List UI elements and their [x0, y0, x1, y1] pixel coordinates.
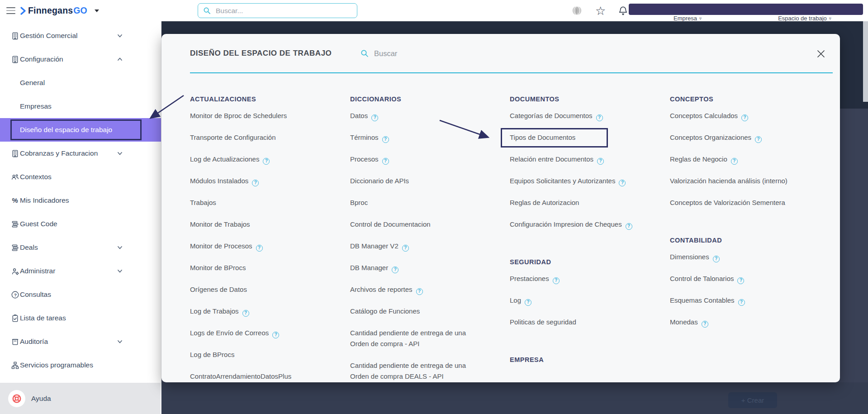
sidebar-item-gestion-comercial[interactable]: Gestión Comercial [0, 24, 161, 48]
sidebar-item-lista-de-tareas[interactable]: Lista de tareas [0, 306, 161, 330]
menu-link-configuracion-impresion-de-cheques[interactable]: Configuración Impresion de Cheques? [510, 214, 645, 235]
help-icon[interactable]: ? [731, 158, 738, 165]
menu-link-esquemas-contables[interactable]: Esquemas Contables? [670, 290, 811, 311]
company-selector[interactable]: Empresa▿ [629, 15, 746, 21]
sidebar-item-consultas[interactable]: ?Consultas [0, 283, 161, 306]
sidebar-item-auditoria[interactable]: Auditoría [0, 330, 161, 353]
menu-link-bproc[interactable]: Bproc [350, 192, 484, 214]
menu-link-log[interactable]: Log? [510, 290, 645, 311]
menu-link-control-de-documentacion[interactable]: Control de Documentacion [350, 214, 484, 235]
menu-link-log-de-bprocs[interactable]: Log de BProcs [190, 344, 325, 366]
help-icon[interactable]: ? [252, 180, 259, 186]
menu-link-transporte-de-configuracion[interactable]: Transporte de Configuración [190, 127, 325, 148]
menu-link-monitor-de-procesos[interactable]: Monitor de Procesos? [190, 235, 325, 257]
sidebar-item-cobranzas-y-facturacion[interactable]: Cobranzas y Facturacion [0, 142, 161, 165]
menu-link-conceptos-calculados[interactable]: Conceptos Calculados? [670, 105, 811, 127]
help-icon[interactable]: ? [525, 299, 531, 306]
sidebar-item-diseno-del-espacio-de-trabajo[interactable]: Diseño del espacio de trabajo [0, 118, 161, 142]
menu-link-relacion-entre-documentos[interactable]: Relación entre Documentos? [510, 148, 645, 170]
help-icon[interactable]: ? [382, 158, 389, 165]
notifications-bell-icon[interactable] [618, 5, 628, 16]
menu-link-monedas[interactable]: Monedas? [670, 311, 811, 333]
sidebar-item-servicios-programables[interactable]: Servicios programables [0, 353, 161, 377]
help-icon[interactable]: ? [737, 277, 744, 284]
menu-link-monitor-de-trabajos[interactable]: Monitor de Trabajos [190, 214, 325, 235]
help-icon[interactable]: ? [702, 321, 708, 328]
create-button[interactable]: + Crear [728, 392, 777, 408]
menu-link-procesos[interactable]: Procesos? [350, 148, 484, 170]
sidebar-item-administrar[interactable]: Administrar [0, 259, 161, 283]
help-icon[interactable]: ? [619, 180, 626, 186]
modal-search[interactable] [360, 34, 473, 73]
help-icon[interactable]: ? [256, 245, 263, 252]
chevron-down-icon[interactable] [117, 338, 123, 345]
sidebar-item-deals[interactable]: Deals [0, 236, 161, 259]
menu-link-terminos[interactable]: Términos? [350, 127, 484, 148]
menu-link-prestaciones[interactable]: Prestaciones? [510, 268, 645, 290]
menu-link-tipos-de-documentos[interactable]: Tipos de Documentos [510, 127, 645, 148]
hamburger-menu-icon[interactable] [6, 7, 15, 14]
menu-link-modulos-instalados[interactable]: Módulos Instalados? [190, 170, 325, 192]
help-icon[interactable]: ? [596, 114, 603, 121]
help-icon[interactable]: ? [371, 114, 378, 121]
help-icon[interactable]: ? [416, 288, 423, 295]
global-search-input[interactable] [215, 6, 342, 15]
chevron-down-icon[interactable] [117, 150, 123, 157]
menu-link-dimensiones[interactable]: Dimensiones? [670, 246, 811, 268]
workspace-selector[interactable]: Espacio de trabajo▿ [746, 15, 863, 21]
chevron-up-icon[interactable] [117, 56, 123, 62]
menu-link-logs-de-envio-de-correos[interactable]: Logs de Envío de Correos? [190, 322, 325, 344]
menu-link-origenes-de-datos[interactable]: Orígenes de Datos [190, 279, 325, 300]
help-icon[interactable]: ? [713, 256, 720, 262]
menu-link-contratoarrendamientodatosplus[interactable]: ContratoArrendamientoDatosPlus [190, 366, 325, 382]
menu-link-conceptos-de-valorizacion-sementera[interactable]: Conceptos de Valorización Sementera [670, 192, 811, 214]
menu-link-reglas-de-autorizacion[interactable]: Reglas de Autorizacion [510, 192, 645, 214]
global-search[interactable] [198, 3, 357, 18]
help-icon[interactable]: ? [738, 299, 745, 306]
close-icon[interactable] [816, 48, 826, 59]
help-icon[interactable]: ? [626, 223, 632, 230]
chevron-down-icon[interactable] [117, 268, 123, 274]
menu-link-trabajos[interactable]: Trabajos [190, 192, 325, 214]
help-icon[interactable]: ? [741, 114, 748, 121]
menu-link-equipos-solicitantes-y-autorizantes[interactable]: Equipos Solicitantes y Autorizantes? [510, 170, 645, 192]
help-icon[interactable]: ? [553, 277, 560, 284]
chevron-down-icon[interactable] [117, 33, 123, 39]
menu-link-datos[interactable]: Datos? [350, 105, 484, 127]
help-icon[interactable]: ? [272, 332, 279, 338]
menu-link-valorizacion-hacienda-analisis-interno[interactable]: Valorización hacienda análisis (interno) [670, 170, 811, 192]
help-icon[interactable]: ? [242, 310, 249, 317]
help-icon[interactable]: ? [382, 136, 389, 143]
help-icon[interactable]: ? [755, 136, 762, 143]
menu-link-cantidad-pendiente-de-entrega-de-una-orden-de-compra-deals-api[interactable]: Cantidad pendiente de entrega de una Ord… [350, 355, 484, 382]
sidebar-item-ayuda[interactable]: Ayuda [0, 383, 161, 414]
menu-link-reglas-de-negocio[interactable]: Reglas de Negocio? [670, 148, 811, 170]
modal-search-input[interactable] [373, 49, 473, 58]
sidebar-item-general[interactable]: General [0, 71, 161, 95]
menu-link-log-de-trabajos[interactable]: Log de Trabajos? [190, 300, 325, 322]
menu-link-categorias-de-documentos[interactable]: Categorías de Documentos? [510, 105, 645, 127]
sidebar-item-empresas[interactable]: Empresas [0, 95, 161, 118]
menu-link-conceptos-organizaciones[interactable]: Conceptos Organizaciones? [670, 127, 811, 148]
menu-link-monitor-de-bprocs[interactable]: Monitor de BProcs [190, 257, 325, 279]
menu-link-log-de-actualizaciones[interactable]: Log de Actualizaciones? [190, 148, 325, 170]
sidebar-item-configuracion[interactable]: Configuración [0, 48, 161, 71]
sidebar-item-mis-indicadores[interactable]: %Mis Indicadores [0, 189, 161, 212]
menu-link-politicas-de-seguridad[interactable]: Politicas de seguridad [510, 311, 645, 333]
menu-link-db-manager[interactable]: DB Manager? [350, 257, 484, 279]
menu-link-catalogo-de-funciones[interactable]: Catálogo de Funciones [350, 300, 484, 322]
sidebar-item-guest-code[interactable]: Guest Code [0, 212, 161, 236]
menu-link-db-manager-v2[interactable]: DB Manager V2? [350, 235, 484, 257]
menu-link-cantidad-pendiente-de-entrega-de-una-orden-de-compra-api[interactable]: Cantidad pendiente de entrega de una Ord… [350, 322, 484, 355]
favorites-star-icon[interactable]: ☆ [595, 5, 606, 17]
app-logo[interactable]: FinnegansGO [20, 0, 99, 21]
menu-link-monitor-de-bproc-de-schedulers[interactable]: Monitor de Bproc de Schedulers [190, 105, 325, 127]
menu-link-control-de-talonarios[interactable]: Control de Talonarios? [670, 268, 811, 290]
scrollbar[interactable] [863, 21, 868, 102]
chevron-down-icon[interactable] [95, 10, 99, 12]
menu-link-diccionario-de-apis[interactable]: Diccionario de APIs [350, 170, 484, 192]
help-icon[interactable]: ? [392, 266, 398, 273]
menu-link-archivos-de-reportes[interactable]: Archivos de reportes? [350, 279, 484, 300]
help-icon[interactable]: ? [263, 158, 270, 165]
help-icon[interactable]: ? [597, 158, 604, 165]
